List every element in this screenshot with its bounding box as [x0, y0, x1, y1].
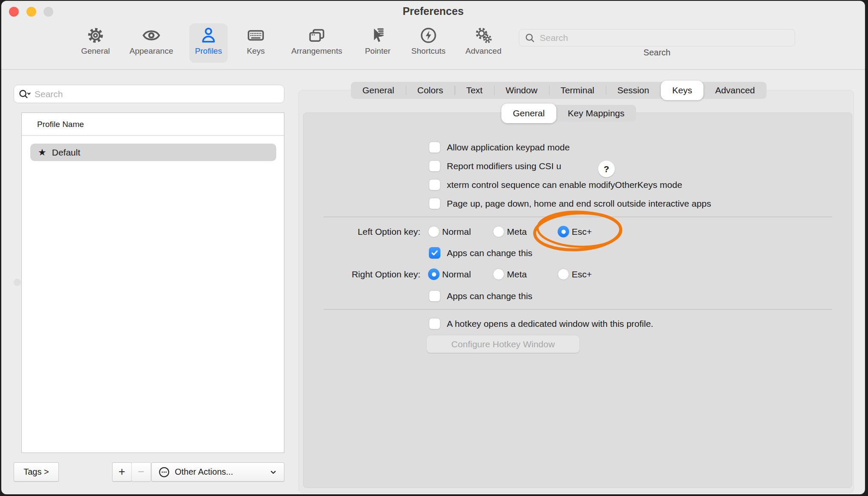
- radio-label: Normal: [442, 268, 471, 280]
- toolbar-search-label: Search: [519, 48, 795, 58]
- gears-icon: [449, 25, 518, 46]
- toolbar-search-input[interactable]: [540, 33, 790, 43]
- profile-search-field[interactable]: [14, 85, 284, 103]
- radio-left-option-meta[interactable]: [493, 226, 504, 237]
- window-title: Preferences: [1, 5, 865, 17]
- checkbox-label: Page up, page down, home and end scroll …: [447, 198, 711, 209]
- tab-colors[interactable]: Colors: [406, 82, 455, 99]
- checkbox-left-apps-can-change[interactable]: [429, 247, 440, 259]
- toolbar-item-label: Advanced: [449, 46, 518, 56]
- radio-label: Esc+: [572, 268, 592, 280]
- checkbox-keypad-mode[interactable]: [429, 141, 440, 153]
- tab-session[interactable]: Session: [606, 82, 661, 99]
- sidebar-edge-dot: [14, 279, 21, 286]
- search-scope-icon: [18, 88, 31, 100]
- help-button[interactable]: ?: [598, 161, 615, 177]
- toolbar-search-field[interactable]: [519, 29, 795, 46]
- checkbox-label: xterm control sequence can enable modify…: [447, 179, 682, 190]
- checkbox-csi-u[interactable]: [429, 160, 440, 172]
- remove-profile-button[interactable]: −: [131, 462, 151, 482]
- configure-hotkey-window-button[interactable]: Configure Hotkey Window: [427, 335, 579, 353]
- other-actions-dropdown[interactable]: Other Actions...: [151, 462, 284, 482]
- radio-right-option-meta[interactable]: [493, 268, 504, 280]
- tab-text[interactable]: Text: [454, 82, 494, 99]
- tab-keys[interactable]: Keys: [661, 81, 704, 100]
- radio-label: Normal: [442, 226, 471, 237]
- checkbox-label: Apps can change this: [447, 247, 532, 259]
- keys-general-panel: [303, 112, 852, 488]
- toolbar-item-arrangements[interactable]: Arrangements: [283, 25, 351, 56]
- tab-terminal[interactable]: Terminal: [549, 82, 606, 99]
- right-option-key-label: Right Option key:: [300, 268, 420, 280]
- question-mark-icon: ?: [604, 164, 609, 174]
- radio-label: Meta: [507, 226, 527, 237]
- radio-label: Meta: [507, 268, 527, 280]
- windows-icon: [283, 25, 351, 46]
- other-actions-label: Other Actions...: [175, 467, 233, 477]
- section-divider: [324, 309, 832, 310]
- subtab-key-mappings[interactable]: Key Mappings: [556, 105, 636, 122]
- circle-ellipsis-icon: [158, 466, 171, 479]
- tab-window[interactable]: Window: [494, 82, 549, 99]
- keys-subtab-bar: General Key Mappings: [501, 105, 636, 122]
- radio-right-option-normal[interactable]: [428, 268, 440, 280]
- chevron-down-icon: [269, 467, 278, 477]
- keyboard-icon: [222, 25, 290, 46]
- add-profile-button[interactable]: +: [112, 462, 132, 482]
- toolbar-item-advanced[interactable]: Advanced: [449, 25, 518, 56]
- preferences-window: Preferences General Appearance: [1, 1, 865, 494]
- minus-icon: −: [138, 465, 145, 479]
- profile-list: Profile Name ★ Default: [21, 112, 284, 453]
- checkmark-icon: [430, 248, 439, 257]
- checkbox-label: Report modifiers using CSI u: [447, 160, 561, 172]
- checkbox-modify-other-keys[interactable]: [429, 179, 440, 190]
- radio-left-option-esc[interactable]: [558, 226, 569, 237]
- section-divider: [324, 216, 832, 217]
- profile-tab-bar: General Colors Text Window Terminal Sess…: [351, 82, 767, 99]
- checkbox-hotkey-window[interactable]: [429, 318, 440, 329]
- checkbox-label: Allow application keypad mode: [447, 141, 570, 153]
- tags-button[interactable]: Tags >: [14, 462, 59, 482]
- checkbox-label: Apps can change this: [447, 290, 532, 302]
- profile-list-header: Profile Name: [37, 120, 84, 129]
- toolbar-divider: [1, 69, 865, 70]
- profile-search-input[interactable]: [35, 89, 280, 99]
- radio-label: Esc+: [572, 226, 592, 237]
- profile-row-default[interactable]: ★ Default: [30, 144, 276, 161]
- configure-hotkey-label: Configure Hotkey Window: [451, 339, 555, 349]
- left-option-key-label: Left Option key:: [300, 226, 420, 237]
- checkbox-right-apps-can-change[interactable]: [429, 290, 440, 302]
- plus-icon: +: [119, 465, 125, 479]
- tab-general[interactable]: General: [351, 82, 406, 99]
- checkbox-page-scroll[interactable]: [429, 198, 440, 209]
- tags-button-label: Tags >: [23, 467, 49, 477]
- tab-advanced[interactable]: Advanced: [703, 82, 766, 99]
- toolbar-item-label: Arrangements: [283, 46, 351, 56]
- profile-name: Default: [52, 147, 81, 158]
- radio-right-option-esc[interactable]: [558, 268, 569, 280]
- toolbar-item-label: Keys: [222, 46, 290, 56]
- search-icon: [524, 32, 535, 43]
- checkbox-label: A hotkey opens a dedicated window with t…: [447, 318, 653, 329]
- radio-left-option-normal[interactable]: [428, 226, 440, 237]
- list-header-divider: [22, 135, 284, 136]
- toolbar-item-keys[interactable]: Keys: [222, 25, 290, 56]
- subtab-general[interactable]: General: [501, 104, 556, 123]
- star-icon: ★: [38, 147, 46, 158]
